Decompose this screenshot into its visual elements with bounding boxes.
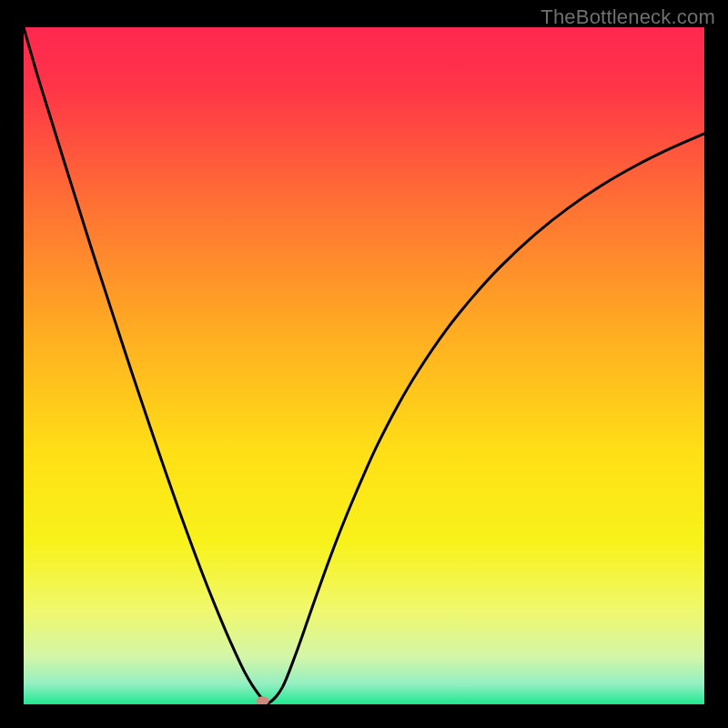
chart-frame: TheBottleneck.com xyxy=(0,0,728,728)
gradient-background xyxy=(24,27,704,704)
watermark-text: TheBottleneck.com xyxy=(541,5,715,29)
plot-area xyxy=(24,27,704,704)
plot-svg xyxy=(24,27,704,704)
